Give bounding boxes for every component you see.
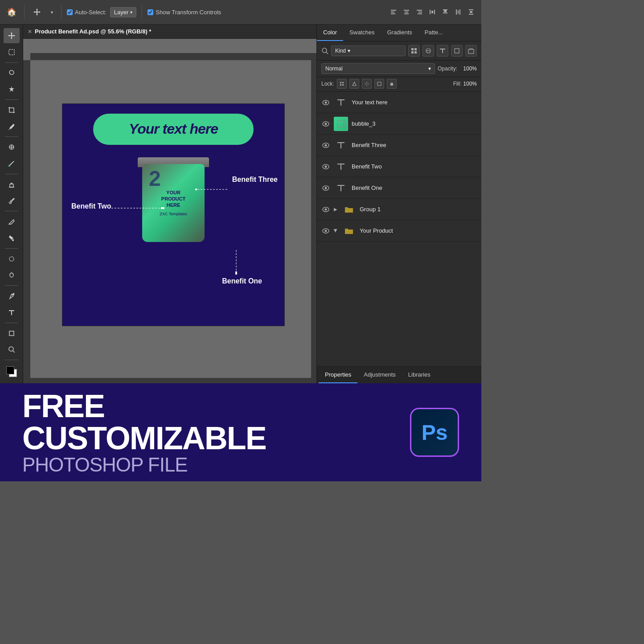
layer-item-group-1[interactable]: ▶ Group 1 [317, 199, 481, 220]
svg-point-70 [325, 230, 327, 232]
filter-smart-icon[interactable] [465, 45, 477, 57]
layer-visibility-your-product[interactable] [321, 228, 330, 234]
lock-image-icon[interactable] [349, 79, 359, 89]
layer-dropdown[interactable]: Layer ▾ [110, 7, 137, 17]
svg-rect-14 [443, 12, 447, 13]
photoshop-icon: Ps [410, 408, 459, 457]
blur-tool[interactable] [4, 251, 20, 267]
move-icon[interactable] [30, 5, 44, 19]
blend-mode-dropdown[interactable]: Normal ▾ [321, 63, 435, 74]
svg-line-23 [8, 129, 9, 130]
your-product-collapse-arrow[interactable]: ▶ [333, 229, 338, 233]
bag-text: YOUR PRODUCT HERE [161, 189, 185, 209]
lock-artboard-icon[interactable] [374, 79, 384, 89]
tab-adjustments[interactable]: Adjustments [357, 367, 402, 383]
layer-item-your-product[interactable]: ▶ Your Product [317, 220, 481, 242]
move-tool[interactable] [4, 28, 20, 43]
type-tool[interactable] [4, 305, 20, 320]
layer-item-your-text-here[interactable]: Your text here [317, 92, 481, 113]
svg-point-60 [325, 123, 327, 125]
layer-name-bubble-3: bubble_3 [352, 120, 477, 127]
layer-visibility-group-1[interactable] [321, 207, 330, 212]
tab-swatches[interactable]: Swatches [343, 25, 381, 41]
group-1-collapse-arrow[interactable]: ▶ [334, 207, 337, 212]
align-right-icon[interactable] [414, 6, 425, 18]
canvas-scrollbar-vertical[interactable] [311, 53, 316, 383]
history-brush-tool[interactable] [4, 193, 20, 209]
layer-thumb-benefit-one [334, 181, 348, 195]
svg-point-40 [235, 271, 237, 275]
canvas-workspace[interactable]: Your text here 2 YOUR PRODUCT HERE ZXC T… [23, 39, 316, 383]
tab-patterns[interactable]: Patte... [418, 25, 449, 41]
document-tab-bar: ✕ Product Benefit Ad.psd @ 55.6% (RGB/8)… [23, 25, 316, 39]
paint-bucket-tool[interactable] [4, 230, 20, 246]
eraser-tool[interactable] [4, 214, 20, 229]
bag-body: 2 YOUR PRODUCT HERE ZXC Templates [142, 164, 205, 242]
layer-item-benefit-three[interactable]: Benefit Three [317, 135, 481, 156]
filter-adjustment-icon[interactable] [422, 45, 434, 57]
layer-visibility-bubble-3[interactable] [321, 121, 330, 127]
distribute-h-icon[interactable] [427, 6, 438, 18]
svg-point-64 [325, 165, 327, 168]
align-left-icon[interactable] [388, 6, 399, 18]
filter-shape-icon[interactable] [451, 45, 463, 57]
layer-visibility-benefit-two[interactable] [321, 164, 330, 169]
lasso-tool[interactable] [4, 65, 20, 80]
tab-properties[interactable]: Properties [319, 367, 357, 383]
layer-visibility-benefit-three[interactable] [321, 143, 330, 148]
svg-rect-56 [390, 83, 393, 86]
magic-wand-tool[interactable] [4, 82, 20, 97]
move-dropdown[interactable]: ▾ [48, 5, 56, 19]
align-middle-v-icon[interactable] [452, 6, 464, 18]
filter-pixel-icon[interactable] [408, 45, 420, 57]
lock-transparency-icon[interactable] [337, 79, 347, 89]
dodge-tool[interactable] [4, 268, 20, 283]
layer-item-benefit-two[interactable]: Benefit Two [317, 156, 481, 177]
selection-tool[interactable] [4, 45, 20, 60]
opacity-value: 100% [459, 66, 477, 72]
promo-customizable-text: CUSTOMIZABLE [22, 422, 392, 454]
layer-visibility-benefit-one[interactable] [321, 185, 330, 191]
foreground-color[interactable] [4, 365, 20, 380]
transform-checkbox[interactable]: Show Transform Controls [148, 9, 221, 16]
home-icon[interactable]: 🏠 [4, 5, 19, 19]
lock-all-icon[interactable] [387, 79, 397, 89]
benefit-three-line [195, 189, 231, 190]
layer-item-bubble-3[interactable]: bubble_3 [317, 113, 481, 135]
layer-item-benefit-one[interactable]: Benefit One [317, 177, 481, 199]
tool-separator-6 [5, 248, 18, 249]
crop-tool[interactable] [4, 103, 20, 118]
psd-canvas[interactable]: Your text here 2 YOUR PRODUCT HERE ZXC T… [62, 103, 285, 326]
tab-close-button[interactable]: ✕ [28, 29, 32, 35]
svg-point-58 [325, 101, 327, 103]
align-top-icon[interactable] [439, 6, 451, 18]
brush-tool[interactable] [4, 156, 20, 171]
layer-visibility-your-text-here[interactable] [321, 100, 330, 105]
distribute-v-icon[interactable] [465, 6, 477, 18]
kind-filter-dropdown[interactable]: Kind ▾ [331, 45, 406, 56]
layer-name-your-text-here: Your text here [352, 99, 477, 106]
svg-rect-8 [418, 13, 422, 14]
shape-tool[interactable] [4, 326, 20, 341]
stamp-tool[interactable] [4, 177, 20, 192]
canvas-scrollbar-horizontal[interactable] [23, 378, 311, 383]
layer-dropdown-arrow: ▾ [130, 10, 132, 15]
zoom-tool[interactable] [4, 342, 20, 357]
layer-thumb-bubble-3 [334, 117, 348, 131]
ps-letters: Ps [422, 420, 448, 445]
pen-tool[interactable] [4, 288, 20, 304]
fill-value: 100% [463, 81, 477, 87]
layer-thumb-your-text-here [334, 95, 348, 110]
svg-rect-16 [458, 10, 459, 14]
eyedropper-tool[interactable] [4, 119, 20, 134]
tab-color[interactable]: Color [317, 25, 343, 41]
filter-type-icon[interactable] [437, 45, 448, 57]
auto-select-checkbox[interactable]: Auto-Select: [67, 9, 107, 16]
lock-position-icon[interactable] [362, 79, 372, 89]
align-center-h-icon[interactable] [401, 6, 412, 18]
bag-number: 2 [149, 166, 161, 191]
benefit-two-label: Benefit Two [71, 202, 111, 210]
healing-tool[interactable] [4, 139, 20, 155]
tab-gradients[interactable]: Gradients [381, 25, 418, 41]
tab-libraries[interactable]: Libraries [402, 367, 437, 383]
